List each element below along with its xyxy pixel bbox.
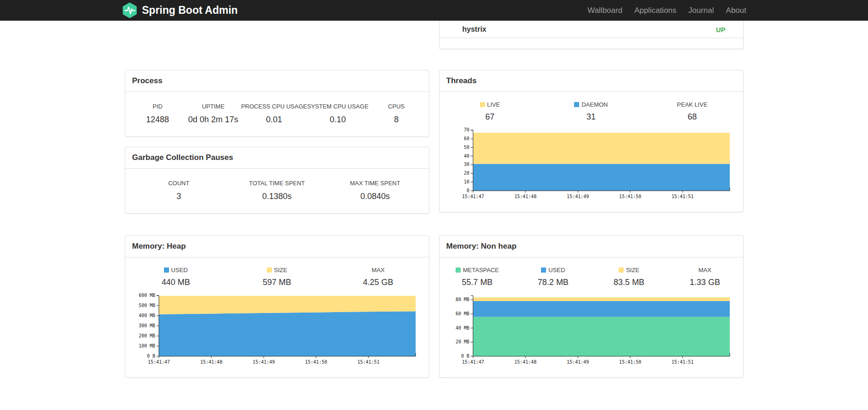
process-panel: Process PID 12488 UPTIME 0d 0h 2m 17s PR… bbox=[125, 70, 429, 137]
svg-text:15:41:48: 15:41:48 bbox=[514, 359, 536, 364]
stat-pid: PID 12488 bbox=[130, 103, 186, 125]
health-status-badge: UP bbox=[716, 26, 726, 34]
navbar: Spring Boot Admin Wallboard Applications… bbox=[0, 0, 868, 21]
stat-process-cpu: PROCESS CPU USAGE 0.01 bbox=[241, 103, 307, 125]
gc-stats: COUNT 3 TOTAL TIME SPENT 0.1380s MAX TIM… bbox=[125, 169, 429, 213]
nav-link-about[interactable]: About bbox=[720, 6, 746, 15]
legend-item-peak-live: PEAK LIVE 68 bbox=[642, 101, 743, 122]
svg-text:15:41:48: 15:41:48 bbox=[200, 359, 222, 364]
svg-text:0 B: 0 B bbox=[461, 353, 469, 359]
svg-text:70: 70 bbox=[463, 127, 469, 132]
svg-text:30: 30 bbox=[463, 162, 469, 167]
brand-title: Spring Boot Admin bbox=[142, 4, 238, 17]
legend-item-size: SIZE 597 MB bbox=[226, 267, 327, 287]
legend-item-metaspace: METASPACE 55.7 MB bbox=[440, 267, 515, 287]
stat-label: PROCESS CPU USAGE bbox=[241, 103, 307, 110]
process-panel-title: Process bbox=[125, 70, 429, 92]
stat-label: MAX TIME SPENT bbox=[326, 180, 424, 187]
legend-label-text: USED bbox=[171, 267, 188, 273]
legend-value: 67 bbox=[440, 112, 541, 122]
legend-value: 83.5 MB bbox=[591, 278, 667, 287]
svg-text:10: 10 bbox=[463, 179, 469, 184]
legend-label-text: SIZE bbox=[626, 267, 639, 273]
svg-text:15:41:49: 15:41:49 bbox=[253, 359, 275, 364]
svg-text:80 MB: 80 MB bbox=[455, 297, 469, 302]
legend-label: MAX bbox=[667, 267, 743, 273]
svg-text:50: 50 bbox=[463, 145, 469, 150]
memory-nonheap-chart-wrap: 0 B20 MB40 MB60 MB80 MB15:41:4715:41:481… bbox=[440, 287, 743, 377]
svg-text:0 B: 0 B bbox=[147, 353, 155, 359]
memory-nonheap-panel: Memory: Non heap METASPACE 55.7 MB USED … bbox=[439, 235, 744, 378]
legend-label: MAX bbox=[327, 267, 428, 273]
svg-text:500 MB: 500 MB bbox=[138, 303, 155, 308]
nav-link-applications[interactable]: Applications bbox=[628, 6, 682, 15]
stat-gc-total-time: TOTAL TIME SPENT 0.1380s bbox=[228, 180, 326, 201]
legend-label-text: MAX bbox=[372, 267, 384, 273]
legend-swatch-size bbox=[619, 268, 624, 273]
svg-text:15:41:49: 15:41:49 bbox=[567, 194, 589, 199]
health-panel: hystrix UP bbox=[439, 21, 744, 49]
legend-value: 78.2 MB bbox=[515, 278, 591, 287]
stat-value: 8 bbox=[368, 115, 424, 125]
threads-panel-title: Threads bbox=[440, 70, 743, 92]
legend-swatch-used bbox=[164, 268, 169, 273]
legend-value: 1.33 GB bbox=[667, 278, 743, 287]
svg-text:60: 60 bbox=[463, 136, 469, 141]
health-service-name: hystrix bbox=[462, 25, 486, 34]
svg-text:15:41:51: 15:41:51 bbox=[671, 359, 693, 364]
stat-uptime: UPTIME 0d 0h 2m 17s bbox=[186, 103, 241, 125]
stat-label: TOTAL TIME SPENT bbox=[228, 180, 326, 187]
memory-heap-chart-wrap: 0 B100 MB200 MB300 MB400 MB500 MB600 MB1… bbox=[125, 287, 429, 377]
stat-label: UPTIME bbox=[186, 103, 241, 110]
legend-label-text: PEAK LIVE bbox=[677, 101, 707, 108]
svg-text:100 MB: 100 MB bbox=[138, 343, 155, 348]
svg-text:15:41:50: 15:41:50 bbox=[305, 359, 327, 364]
memory-nonheap-panel-title: Memory: Non heap bbox=[440, 236, 743, 257]
stat-label: CPUS bbox=[368, 103, 424, 110]
legend-item-live: LIVE 67 bbox=[440, 101, 541, 122]
process-stats: PID 12488 UPTIME 0d 0h 2m 17s PROCESS CP… bbox=[125, 92, 429, 137]
threads-panel: Threads LIVE 67 DAEMON 31 PEAK LIVE 68 bbox=[439, 70, 744, 212]
legend-value: 597 MB bbox=[226, 278, 327, 287]
svg-text:15:41:47: 15:41:47 bbox=[462, 194, 484, 199]
nav-link-journal[interactable]: Journal bbox=[682, 6, 720, 15]
stat-value: 0.10 bbox=[307, 115, 369, 125]
health-row-hystrix: hystrix UP bbox=[440, 21, 743, 38]
svg-text:15:41:51: 15:41:51 bbox=[357, 359, 379, 364]
legend-label: PEAK LIVE bbox=[642, 101, 743, 108]
svg-text:15:41:47: 15:41:47 bbox=[462, 359, 484, 364]
memory-heap-legend: USED 440 MB SIZE 597 MB MAX 4.25 GB bbox=[125, 267, 429, 287]
stat-value: 0.1380s bbox=[228, 192, 326, 201]
stat-label: SYSTEM CPU USAGE bbox=[307, 103, 369, 110]
legend-item-max: MAX 4.25 GB bbox=[327, 267, 428, 287]
svg-text:400 MB: 400 MB bbox=[138, 313, 155, 318]
legend-label: USED bbox=[515, 267, 591, 273]
main-content: hystrix UP Process PID 12488 UPTIME 0d 0 bbox=[125, 21, 744, 378]
legend-swatch-used bbox=[541, 268, 546, 273]
legend-label-text: MAX bbox=[699, 267, 711, 273]
brand[interactable]: Spring Boot Admin bbox=[122, 2, 238, 18]
nav-link-wallboard[interactable]: Wallboard bbox=[581, 6, 628, 15]
nav-links: Wallboard Applications Journal About bbox=[581, 6, 746, 15]
legend-label-text: USED bbox=[548, 267, 565, 273]
legend-swatch-live bbox=[480, 102, 485, 107]
legend-label-text: LIVE bbox=[487, 101, 500, 108]
legend-value: 68 bbox=[642, 112, 743, 122]
legend-label: METASPACE bbox=[440, 267, 515, 273]
memory-heap-chart: 0 B100 MB200 MB300 MB400 MB500 MB600 MB1… bbox=[132, 291, 422, 368]
navbar-inner: Spring Boot Admin Wallboard Applications… bbox=[122, 2, 746, 18]
stat-value: 12488 bbox=[130, 115, 186, 125]
stat-label: PID bbox=[130, 103, 186, 110]
health-panel-footer bbox=[440, 38, 743, 49]
stat-value: 0.01 bbox=[241, 115, 307, 125]
svg-text:15:41:50: 15:41:50 bbox=[619, 359, 641, 364]
svg-text:40 MB: 40 MB bbox=[455, 325, 469, 330]
stat-value: 0d 0h 2m 17s bbox=[186, 115, 241, 125]
gc-panel: Garbage Collection Pauses COUNT 3 TOTAL … bbox=[125, 147, 429, 214]
legend-swatch-daemon bbox=[574, 102, 579, 107]
health-row-spacer bbox=[125, 21, 429, 49]
svg-text:15:41:48: 15:41:48 bbox=[514, 194, 536, 199]
legend-item-max: MAX 1.33 GB bbox=[667, 267, 743, 287]
threads-chart: 01020304050607015:41:4715:41:4815:41:491… bbox=[446, 125, 736, 203]
legend-label: DAEMON bbox=[541, 101, 642, 108]
